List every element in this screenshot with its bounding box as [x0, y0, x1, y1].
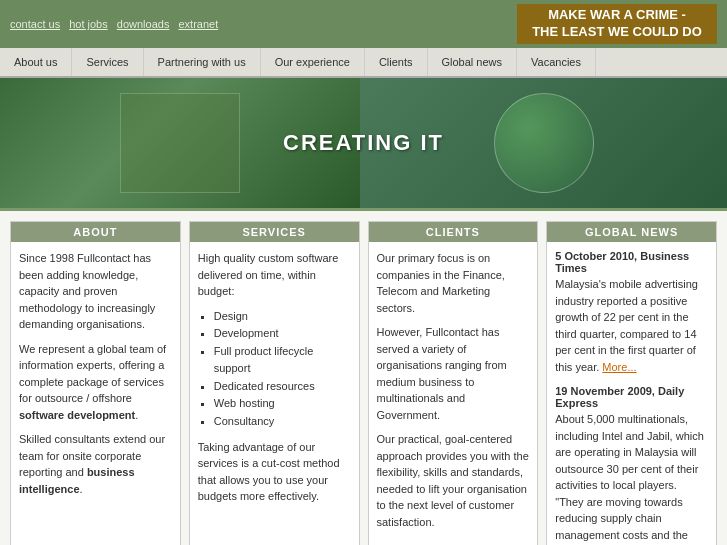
top-bar: contact us hot jobs downloads extranet M…	[0, 0, 727, 48]
top-banner: MAKE WAR A CRIME - THE LEAST WE COULD DO	[517, 4, 717, 44]
banner-line1: MAKE WAR A CRIME -	[532, 7, 702, 24]
about-p2-bold: software development	[19, 409, 135, 421]
hero-title: CREATING IT	[0, 130, 727, 156]
clients-p1: Our primary focus is on companies in the…	[377, 250, 530, 316]
news-body-2: About 5,000 multinationals, including In…	[555, 413, 707, 545]
clients-p3: Our practical, goal-centered approach pr…	[377, 431, 530, 530]
news-date-2: 19 November 2009, Daily Express	[555, 385, 708, 409]
global-news-heading: Global news	[547, 222, 716, 242]
services-heading: Services	[190, 222, 359, 242]
extranet-link[interactable]: extranet	[178, 18, 218, 30]
services-outro: Taking advantage of our services is a cu…	[198, 439, 351, 505]
top-links: contact us hot jobs downloads extranet	[10, 18, 224, 30]
clients-heading: Clients	[369, 222, 538, 242]
content-area: About Since 1998 Fullcontact has been ad…	[0, 208, 727, 545]
nav-experience[interactable]: Our experience	[261, 48, 365, 76]
service-item-webhosting: Web hosting	[214, 395, 351, 413]
about-p1: Since 1998 Fullcontact has been adding k…	[19, 250, 172, 333]
about-p2: We represent a global team of informatio…	[19, 341, 172, 424]
service-item-lifecycle: Full product lifecycle support	[214, 343, 351, 378]
hero-banner: CREATING IT	[0, 78, 727, 208]
news-more-link-1[interactable]: More...	[602, 361, 636, 373]
services-panel: Services High quality custom software de…	[189, 221, 360, 545]
main-navigation: About us Services Partnering with us Our…	[0, 48, 727, 78]
news-date-1: 5 October 2010, Business Times	[555, 250, 708, 274]
nav-about-us[interactable]: About us	[0, 48, 72, 76]
about-p3-end: .	[80, 483, 83, 495]
nav-services[interactable]: Services	[72, 48, 143, 76]
services-list: Design Development Full product lifecycl…	[214, 308, 351, 431]
service-item-dedicated: Dedicated resources	[214, 378, 351, 396]
downloads-link[interactable]: downloads	[117, 18, 170, 30]
clients-p2: However, Fullcontact has served a variet…	[377, 324, 530, 423]
nav-vacancies[interactable]: Vacancies	[517, 48, 596, 76]
news-item-1: 5 October 2010, Business Times Malaysia'…	[555, 250, 708, 375]
about-heading: About	[11, 222, 180, 242]
news-body-1: Malaysia's mobile advertising industry r…	[555, 278, 698, 373]
service-item-development: Development	[214, 325, 351, 343]
nav-clients[interactable]: Clients	[365, 48, 428, 76]
service-item-design: Design	[214, 308, 351, 326]
about-p2-text: We represent a global team of informatio…	[19, 343, 166, 405]
clients-panel: Clients Our primary focus is on companie…	[368, 221, 539, 545]
nav-global-news[interactable]: Global news	[428, 48, 518, 76]
about-panel: About Since 1998 Fullcontact has been ad…	[10, 221, 181, 545]
hot-jobs-link[interactable]: hot jobs	[69, 18, 108, 30]
service-item-consultancy: Consultancy	[214, 413, 351, 431]
nav-partnering[interactable]: Partnering with us	[144, 48, 261, 76]
about-p3: Skilled consultants extend our team for …	[19, 431, 172, 497]
news-item-2: 19 November 2009, Daily Express About 5,…	[555, 385, 708, 545]
global-news-panel: Global news 5 October 2010, Business Tim…	[546, 221, 717, 545]
contact-us-link[interactable]: contact us	[10, 18, 60, 30]
banner-line2: THE LEAST WE COULD DO	[532, 24, 702, 41]
services-intro: High quality custom software delivered o…	[198, 250, 351, 300]
